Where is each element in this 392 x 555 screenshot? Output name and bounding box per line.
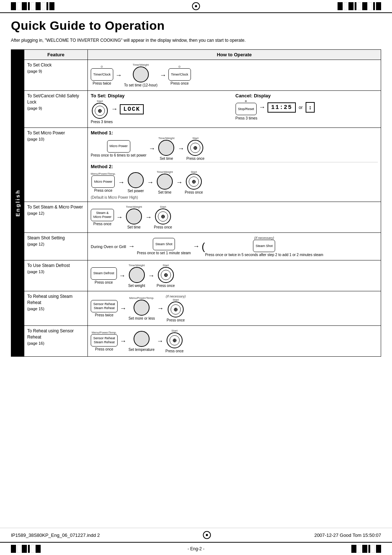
time-weight-dial[interactable]: [133, 66, 149, 82]
step-steam-micro-btn: Steam &Micro Power Press once: [91, 209, 114, 226]
steam-defrost-btn[interactable]: Steam Defrost: [91, 267, 117, 280]
press-once-m1: Press once: [186, 157, 204, 161]
step-start-m2: Start ⊕ Press once: [185, 170, 203, 194]
tw-label-m1: Time/Weight: [158, 137, 174, 140]
how-cell-steam-micro: Steam &Micro Power Press once → Time/Wei…: [88, 202, 381, 233]
method2-label: Method 2:: [91, 164, 378, 169]
step-time-weight-sm: Time/Weight Set time: [125, 205, 143, 229]
table-section: English Feature How to Operate: [11, 49, 381, 357]
step-start-def: Start ⊕ Press once: [157, 264, 175, 288]
set-weight-def: Set weight: [128, 284, 145, 288]
sensor-reheat-btn-snsr[interactable]: Sensor ReheatSteam Reheat: [91, 334, 118, 347]
time-weight-dial-m1[interactable]: [158, 140, 174, 156]
main-table-col: Feature How to Operate To Set Clock (pag…: [24, 49, 381, 357]
table-row: To Set Clock (page 9) ⊙ Timer/Clock: [24, 60, 381, 91]
operations-table: Feature How to Operate To Set Clock (pag…: [24, 49, 381, 357]
step-time-weight-m1: Time/Weight Set time: [157, 137, 175, 161]
steam-micro-steps: Steam &Micro Power Press once → Time/Wei…: [91, 205, 378, 229]
start-btn-sm[interactable]: ⊕: [155, 208, 171, 224]
time-weight-dial-def[interactable]: [129, 267, 145, 283]
micro-method2-steps: Menu/Power/Temp. Micro Power Press once …: [91, 170, 378, 194]
press-once-snsr-end: Press once: [166, 349, 184, 353]
tw-label-def: Time/Weight: [128, 264, 144, 267]
step-time-weight-m2: Time/Weight Set time: [156, 170, 174, 194]
time-weight-dial-sm[interactable]: [126, 208, 142, 224]
cancel-label: Cancel:: [236, 93, 253, 98]
start-btn-lock[interactable]: ⊕: [92, 103, 108, 119]
table-row: Steam Shot Setting (page 12) During Oven…: [24, 233, 381, 260]
english-label: English: [15, 189, 21, 216]
step-menu-sr: Menu/Power/Temp. Set more or less: [128, 296, 155, 320]
set-cancel-row: To Set: Display Start: [91, 93, 378, 124]
tw-label: Time/Weight: [133, 63, 149, 66]
set-temp-snsr: Set temperature: [128, 348, 155, 352]
step-stop-reset: ⊗ Stop/Reset: [236, 100, 257, 115]
bracket-group: ( (If necessary) Steam Shot Press once o…: [202, 236, 323, 257]
start-btn-m1[interactable]: ⊕: [187, 140, 203, 156]
timer-clock-btn-1[interactable]: Timer/Clock: [91, 68, 113, 81]
steam-reheat-steps: Sensor ReheatSteam Reheat Press twice → …: [91, 295, 378, 322]
step-menu-snsr: Set temperature: [128, 331, 155, 352]
micro-method1-steps: Micro Power Press once to 6 times to set…: [91, 137, 378, 161]
start-btn-m2[interactable]: ⊕: [186, 174, 202, 190]
timer-clock-btn-2[interactable]: Timer/Clock: [168, 68, 191, 81]
colon-display: :: [306, 102, 315, 113]
tw-label-m2: Time/Weight: [157, 170, 173, 174]
arrow-sm-2: →: [144, 214, 152, 221]
lock-cancel-steps: ⊗ Stop/Reset → 11:25: [236, 100, 378, 115]
press-once-sm-end: Press once: [154, 225, 172, 229]
step-start-lock: Start ⊕: [91, 100, 109, 119]
start-btn-def[interactable]: ⊕: [158, 267, 174, 283]
step-menu-m2: Set power: [127, 172, 145, 193]
steam-shot-steps: During Oven or Grill → Steam Shot Press …: [91, 236, 378, 257]
top-left-marks: [11, 2, 54, 10]
feature-label-micro: To Set Micro Power: [27, 130, 65, 135]
start-inner-sr: ⊕: [171, 304, 181, 315]
arrow-def-1: →: [118, 272, 126, 280]
steam-micro-btn[interactable]: Steam &Micro Power: [91, 209, 114, 221]
arrow-snsr-1: →: [119, 337, 127, 345]
bracket-right-icon: (: [202, 242, 205, 252]
page-title: Quick Guide to Operation: [11, 19, 381, 33]
steam-shot-label-2: Steam Shot: [256, 244, 273, 248]
during-oven-grill: During Oven or Grill: [91, 244, 126, 249]
title-section: Quick Guide to Operation After plugging …: [11, 13, 381, 49]
sensor-reheat-btn-sr[interactable]: Sensor ReheatSteam Reheat: [91, 300, 118, 312]
arrow-m1-2: →: [177, 145, 185, 153]
step-micro-power-btn-m2: Menu/Power/Temp. Micro Power Press once: [91, 172, 116, 193]
menu-dial-snsr[interactable]: [134, 331, 150, 347]
step-sensor-reheat-btn: Sensor ReheatSteam Reheat Press twice: [91, 300, 118, 317]
arrow-sr-2: →: [156, 305, 164, 312]
micro-power-btn-m2[interactable]: Micro Power: [91, 175, 115, 188]
or-text: or: [297, 105, 304, 110]
how-cell-defrost: Steam Defrost Press once → Time/Weight S…: [88, 260, 381, 291]
feature-cell-steam-reheat: To Reheat using Steam Reheat (page 15): [24, 291, 88, 326]
how-cell-steam-reheat: Sensor ReheatSteam Reheat Press twice → …: [88, 291, 381, 326]
time-weight-dial-m2[interactable]: [157, 174, 173, 190]
timer-clock-label-2: Timer/Clock: [171, 73, 188, 77]
arrow-1: →: [115, 72, 123, 79]
step-time-weight: Time/Weight To set time (12-hour): [124, 63, 158, 87]
stop-reset-btn[interactable]: Stop/Reset: [236, 103, 257, 115]
start-btn-snsr[interactable]: ⊕: [167, 332, 183, 348]
registration-mark-bottom: [203, 531, 211, 539]
micro-power-label-m1: Micro Power: [110, 144, 128, 148]
menu-dial-sr[interactable]: [134, 300, 150, 316]
press-3-times-cancel: Press 3 times: [236, 116, 378, 120]
set-section: To Set: Display Start: [91, 93, 233, 124]
feature-label-shot: Steam Shot Setting: [27, 235, 65, 240]
feature-cell-sensor-reheat: To Reheat using Sensor Reheat (page 16): [24, 326, 88, 357]
micro-power-btn-m1[interactable]: Micro Power: [107, 140, 130, 153]
page-ref-clock: (page 9): [27, 69, 42, 73]
start-inner: ⊕: [95, 106, 105, 116]
start-btn-sr[interactable]: ⊕: [168, 301, 184, 317]
steam-shot-btn-2[interactable]: Steam Shot: [253, 240, 275, 252]
steam-shot-btn-1[interactable]: Steam Shot: [153, 238, 175, 250]
mpt-label-sr: Menu/Power/Temp.: [129, 296, 154, 300]
menu-dial-m2[interactable]: [128, 172, 144, 188]
tw-label-sm: Time/Weight: [126, 205, 142, 208]
how-cell-lock: To Set: Display Start: [88, 91, 381, 128]
bottom-left-marks: [11, 545, 41, 553]
micro-power-label-m2: Micro Power: [94, 180, 112, 184]
arrow-ss-2: →: [192, 243, 200, 250]
